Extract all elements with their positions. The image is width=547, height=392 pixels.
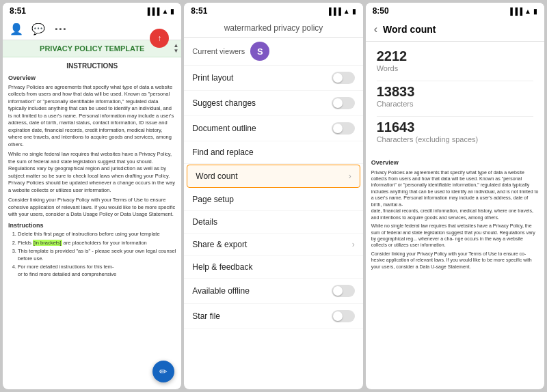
battery-icon-2: ▮	[352, 8, 356, 15]
menu-item-doc-outline[interactable]: Document outline	[184, 116, 362, 141]
details-label: Details	[192, 217, 217, 227]
list-item-4: For more detailed instructions for this …	[18, 264, 176, 278]
doc-outline-toggle[interactable]	[332, 122, 355, 135]
status-icons-1: ▐▐▐ ▲ ▮	[145, 8, 174, 15]
menu-item-find-replace[interactable]: Find and replace	[184, 141, 362, 164]
overview-text-1: Privacy Policies are agreements that spe…	[8, 84, 176, 149]
instructions-heading: INSTRUCTIONS	[8, 61, 176, 71]
back-button[interactable]: ‹	[374, 23, 377, 36]
time-3: 8:50	[373, 6, 389, 16]
battery-icon-3: ▮	[533, 8, 537, 15]
panel-menu: 8:51 ▐▐▐ ▲ ▮ watermarked privacy policy …	[184, 3, 362, 389]
find-replace-label: Find and replace	[192, 148, 253, 157]
print-layout-toggle[interactable]	[332, 72, 355, 84]
words-stat: 2212 Words	[377, 48, 533, 72]
list-item-1: Delete this first page of instructions b…	[18, 231, 176, 238]
signal-icon-3: ▐▐▐	[508, 8, 522, 15]
characters-stat: 13833 Characters	[377, 84, 533, 108]
more-options-icon[interactable]: ⋯	[52, 20, 68, 37]
list-item-3: This template is provided "as is" - plea…	[18, 248, 176, 262]
add-person-icon[interactable]: 👤	[8, 20, 25, 37]
wifi-icon-3: ▲	[524, 8, 531, 15]
signal-icon: ▐▐▐	[145, 8, 159, 15]
characters-no-spaces-number: 11643	[377, 120, 533, 135]
wifi-icon-2: ▲	[343, 8, 350, 15]
doc-outline-label: Document outline	[192, 124, 256, 133]
suggest-changes-toggle[interactable]	[332, 97, 355, 109]
viewer-avatar: S	[250, 42, 269, 61]
word-count-title: Word count	[383, 24, 436, 35]
status-icons-2: ▐▐▐ ▲ ▮	[326, 8, 356, 15]
share-export-chevron-icon: ›	[352, 240, 355, 249]
main-container: 8:51 ▐▐▐ ▲ ▮ 👤 💬 ⋯ ↑ PRIVACY POLICY TEMP…	[0, 0, 547, 392]
characters-no-spaces-stat: 11643 Characters (excluding spaces)	[377, 120, 533, 143]
help-feedback-label: Help & feedback	[192, 262, 252, 272]
menu-item-star-file[interactable]: Star file	[184, 304, 362, 329]
wifi-icon: ▲	[161, 8, 168, 15]
menu-item-page-setup[interactable]: Page setup	[184, 188, 362, 211]
menu-panel-content: watermarked privacy policy Current viewe…	[184, 18, 362, 389]
panel3-doc-content: Overview Privacy Policies are agreements…	[366, 158, 544, 389]
star-file-label: Star file	[192, 311, 220, 321]
instructions-sub-1: Instructions	[8, 221, 176, 230]
p3-para2: While no single federal law requires tha…	[371, 223, 539, 249]
para2-1: While no single federal law requires tha…	[8, 151, 176, 194]
current-viewers-label: Current viewers	[192, 47, 245, 55]
status-bar-1: 8:51 ▐▐▐ ▲ ▮	[3, 3, 181, 18]
toolbar-left-icons: 👤 💬 ⋯	[8, 20, 68, 37]
divider-2	[377, 116, 533, 117]
menu-item-suggest-changes[interactable]: Suggest changes	[184, 91, 362, 116]
signal-icon-2: ▐▐▐	[326, 8, 341, 15]
characters-label: Characters	[377, 100, 533, 108]
suggest-changes-label: Suggest changes	[192, 98, 256, 108]
words-label: Words	[377, 64, 533, 72]
battery-icon: ▮	[170, 8, 174, 15]
status-bar-2: 8:51 ▐▐▐ ▲ ▮	[184, 3, 362, 18]
menu-item-share-export[interactable]: Share & export ›	[184, 234, 362, 256]
page-setup-label: Page setup	[192, 195, 234, 204]
highlight-bracket: [in brackets]	[33, 240, 62, 246]
p3-overview-text: Privacy Policies are agreements that spe…	[371, 169, 539, 221]
panel-word-count: 8:50 ▐▐▐ ▲ ▮ ‹ Word count 2212 Words 138…	[366, 3, 544, 389]
viewer-row: Current viewers S	[184, 38, 362, 66]
available-offline-toggle[interactable]	[332, 285, 355, 297]
characters-no-spaces-label: Characters (excluding spaces)	[377, 135, 533, 143]
menu-item-print-layout[interactable]: Print layout	[184, 66, 362, 91]
time-2: 8:51	[191, 6, 207, 16]
available-offline-label: Available offline	[192, 286, 250, 296]
scroll-arrows[interactable]: ▲▼	[173, 43, 178, 54]
instructions-list: Delete this first page of instructions b…	[8, 231, 176, 278]
characters-number: 13833	[377, 84, 533, 100]
menu-item-available-offline[interactable]: Available offline	[184, 279, 362, 304]
print-layout-label: Print layout	[192, 73, 233, 83]
p3-overview-heading: Overview	[371, 158, 539, 167]
word-count-header: ‹ Word count	[366, 18, 544, 42]
word-count-stats: 2212 Words 13833 Characters 11643 Charac…	[366, 42, 544, 158]
star-file-toggle[interactable]	[332, 310, 355, 322]
word-count-chevron-icon: ›	[349, 171, 351, 181]
p3-para3: Consider linking your Privacy Policy wit…	[371, 251, 539, 270]
menu-item-details[interactable]: Details	[184, 211, 362, 234]
status-icons-3: ▐▐▐ ▲ ▮	[508, 8, 537, 15]
overview-heading-1: Overview	[8, 74, 176, 83]
menu-item-help-feedback[interactable]: Help & feedback	[184, 256, 362, 279]
status-bar-3: 8:50 ▐▐▐ ▲ ▮	[366, 3, 544, 18]
words-number: 2212	[377, 48, 533, 64]
time-1: 8:51	[10, 6, 26, 16]
panel-document: 8:51 ▐▐▐ ▲ ▮ 👤 💬 ⋯ ↑ PRIVACY POLICY TEMP…	[3, 3, 181, 389]
list-item-2: Fields [in brackets] are placeholders fo…	[18, 240, 176, 247]
menu-item-word-count[interactable]: Word count ›	[187, 165, 360, 188]
para3-1: Consider linking your Privacy Policy wit…	[8, 197, 176, 219]
doc-content-1: INSTRUCTIONS Overview Privacy Policies a…	[3, 57, 181, 389]
share-export-label: Share & export	[192, 240, 247, 249]
word-count-menu-label: Word count	[196, 171, 237, 181]
menu-doc-title: watermarked privacy policy	[184, 18, 362, 38]
comment-icon[interactable]: 💬	[30, 20, 46, 37]
divider-1	[377, 81, 533, 81]
